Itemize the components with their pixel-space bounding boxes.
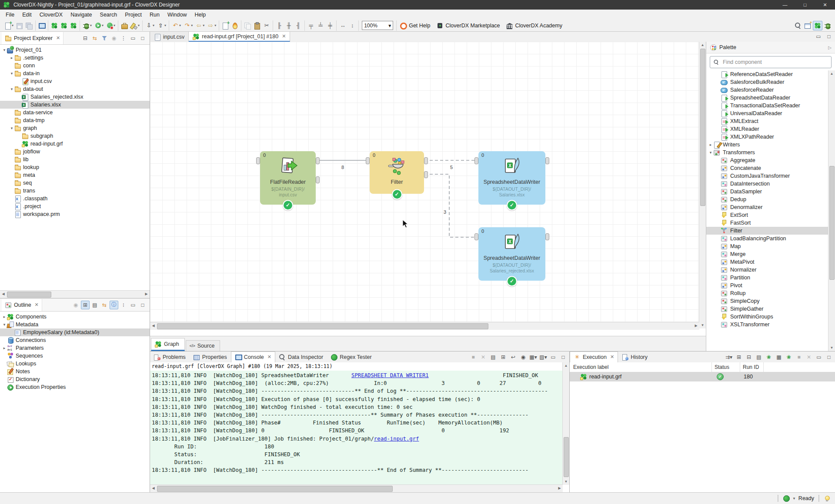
collapse-all-icon[interactable]: ⊟ (745, 353, 753, 361)
show-console-view-button[interactable] (37, 21, 46, 30)
palette-item[interactable]: Normalizer (706, 266, 828, 274)
menu-run[interactable]: Run (146, 10, 164, 19)
debug-perspective-button[interactable] (823, 21, 832, 30)
chevron-collapsed-icon[interactable]: ▸ (2, 346, 7, 350)
tree-view-icon[interactable]: ⊞ (81, 301, 90, 309)
undo-button[interactable]: ↶▾ (171, 21, 182, 30)
console-tab-properties[interactable]: Properties (190, 352, 231, 362)
server-status-dropdown-icon[interactable]: ▼ (792, 497, 796, 501)
canvas-vscrollbar[interactable]: ▲ ▼ (699, 42, 706, 328)
outline-tree-item[interactable]: Notes (0, 368, 150, 375)
save-button[interactable] (15, 21, 24, 30)
outline-tab[interactable]: Outline ✕ (2, 299, 42, 311)
menu-edit[interactable]: Edit (18, 10, 36, 19)
paste-button[interactable] (253, 21, 261, 30)
output-port[interactable] (545, 233, 549, 240)
input-port[interactable] (474, 157, 478, 164)
close-button[interactable]: ✕ (815, 0, 835, 10)
scroll-lock-icon[interactable]: ⊞ (499, 353, 508, 361)
maximize-editor-icon[interactable]: □ (825, 32, 833, 41)
outline-tree-item[interactable]: ▾Metadata (0, 321, 150, 328)
console-tab-problems[interactable]: Problems (150, 352, 190, 362)
execution-tab-execution[interactable]: Execution✕ (570, 351, 618, 363)
open-perspective-button[interactable] (803, 21, 812, 30)
palette-item[interactable]: Map (706, 242, 828, 250)
execution-row[interactable]: read-input.grf✓180 (570, 372, 835, 381)
graph-node-spreadsheetdatawriter[interactable]: 0XSpreadsheetDataWriter${DATAOUT_DIR}/Sa… (478, 227, 545, 281)
project-tree-item[interactable]: conn (0, 62, 150, 70)
import-button[interactable]: ⇩▾ (144, 21, 155, 30)
expand-all-icon[interactable]: ⊞ (735, 353, 743, 361)
palette-item[interactable]: SpreadsheetDataReader (706, 94, 828, 102)
chevron-expanded-icon[interactable]: ▾ (9, 126, 14, 130)
export-icon[interactable]: ❀ (785, 353, 793, 361)
console-tab-console[interactable]: Console✕ (231, 351, 275, 363)
close-icon[interactable]: ✕ (56, 35, 60, 41)
chevron-expanded-icon[interactable]: ▾ (708, 150, 713, 155)
open-in-graph-icon[interactable]: ❀ (765, 353, 773, 361)
project-tree-item[interactable]: jobflow (0, 148, 150, 156)
output-port[interactable] (316, 157, 320, 164)
auto-layout-button[interactable]: ╪ (326, 21, 334, 30)
collapse-all-icon[interactable]: ⊟ (81, 34, 90, 43)
project-tree-item[interactable]: Salaries_rejected.xlsx (0, 93, 150, 101)
align-right-button[interactable]: ╢ (294, 21, 303, 30)
distribute-vertical-button[interactable]: ╧ (316, 21, 325, 30)
console-tab-regex-tester[interactable]: Regex Tester (327, 352, 375, 362)
palette-item[interactable]: ▸Writers (706, 141, 828, 149)
tab-source[interactable]: </>Source (186, 340, 220, 351)
project-explorer-tab[interactable]: Project Explorer ✕ (2, 32, 63, 44)
palette-item[interactable]: ExtSort (706, 211, 828, 219)
palette-item[interactable]: Rollup (706, 289, 828, 297)
server-status-icon[interactable] (783, 495, 790, 502)
palette-item[interactable]: Pivot (706, 282, 828, 289)
maximize-icon[interactable]: □ (559, 353, 568, 361)
outline-tree-item[interactable]: Sequences (0, 352, 150, 360)
view-menu-icon[interactable]: ⁝ (119, 301, 128, 309)
console-tab-data-inspector[interactable]: Data Inspector (275, 352, 327, 362)
palette-item[interactable]: XMLReader (706, 125, 828, 133)
execution-tab-history[interactable]: History (618, 352, 651, 362)
clover-import-button[interactable] (60, 21, 68, 30)
minimize-icon[interactable]: ▭ (129, 34, 137, 43)
link-with-editor-icon[interactable]: ⇆ (100, 301, 109, 309)
console-vscrollbar[interactable]: ▲ ▼ (562, 362, 569, 485)
clear-icon[interactable]: ✕ (805, 353, 813, 361)
project-tree-item[interactable]: input.csv (0, 77, 150, 85)
tab-graph[interactable]: Graph (151, 338, 185, 351)
palette-item[interactable]: MetaPivot (706, 258, 828, 266)
remove-launch-icon[interactable]: ✕ (479, 353, 488, 361)
palette-item[interactable]: SortWithinGroups (706, 313, 828, 321)
rerun-icon[interactable]: ⇉▾ (725, 353, 733, 361)
menu-file[interactable]: File (2, 10, 18, 19)
outline-tree-item[interactable]: ▸Components (0, 313, 150, 321)
outline-tree-item[interactable]: Dictionary (0, 375, 150, 383)
menu-navigate[interactable]: Navigate (67, 10, 96, 19)
project-tree-item[interactable]: seq (0, 179, 150, 187)
palette-item[interactable]: LoadBalancingPartition (706, 235, 828, 242)
output-port[interactable] (316, 176, 320, 183)
align-left-button[interactable]: ╟ (275, 21, 284, 30)
palette-item[interactable]: CustomJavaTransformer (706, 172, 828, 180)
palette-item[interactable]: ▾Transformers (706, 149, 828, 156)
input-port[interactable] (256, 157, 260, 164)
palette-item[interactable]: Concatenate (706, 164, 828, 172)
graph-node-flatfilereader[interactable]: 0FlatFileReader${DATAIN_DIR}/input.csv✓ (260, 151, 316, 205)
show-info-icon[interactable]: ⓘ (110, 301, 118, 309)
align-center-button[interactable]: ╫ (284, 21, 293, 30)
palette-item[interactable]: Merge (706, 250, 828, 258)
minimize-icon[interactable]: ▭ (815, 353, 823, 361)
search-button[interactable] (794, 21, 802, 30)
project-tree-item[interactable]: subgraph (0, 132, 150, 140)
menu-cloverdx[interactable]: CloverDX (36, 10, 67, 19)
minimize-icon[interactable]: ▭ (549, 353, 558, 361)
project-tree-item[interactable]: lib (0, 156, 150, 163)
input-port[interactable] (366, 157, 370, 164)
menu-window[interactable]: Window (164, 10, 190, 19)
project-tree-item[interactable]: .classpath (0, 195, 150, 202)
minimize-editor-icon[interactable]: ▭ (814, 32, 823, 41)
word-wrap-icon[interactable]: ↩ (509, 353, 518, 361)
project-tree-item[interactable]: .project (0, 202, 150, 210)
input-port[interactable] (474, 233, 478, 240)
project-tree-item[interactable]: lookup (0, 163, 150, 171)
